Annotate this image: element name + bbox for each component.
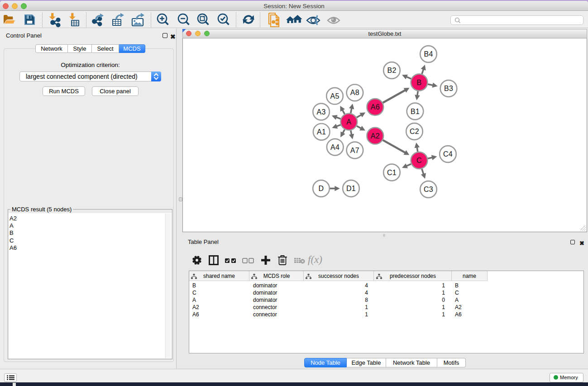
svg-text:A3: A3 [317,108,326,116]
svg-text:C2: C2 [410,128,419,135]
svg-text:D: D [319,185,324,192]
svg-text:A5: A5 [330,92,339,100]
svg-text:B1: B1 [411,108,420,115]
svg-text:D1: D1 [346,185,356,192]
svg-text:C3: C3 [424,186,433,193]
svg-text:A2: A2 [371,132,380,140]
svg-text:B4: B4 [424,50,433,58]
svg-text:C1: C1 [387,169,397,176]
svg-text:B: B [417,79,422,86]
svg-text:A6: A6 [371,103,380,111]
svg-text:B2: B2 [387,67,396,74]
svg-text:B3: B3 [444,85,453,92]
svg-text:A8: A8 [350,89,359,96]
svg-text:C4: C4 [443,150,453,158]
svg-text:A4: A4 [330,143,339,151]
svg-text:C: C [416,157,422,164]
svg-text:A7: A7 [350,147,359,154]
svg-text:A1: A1 [317,128,326,136]
svg-text:A: A [346,118,351,126]
